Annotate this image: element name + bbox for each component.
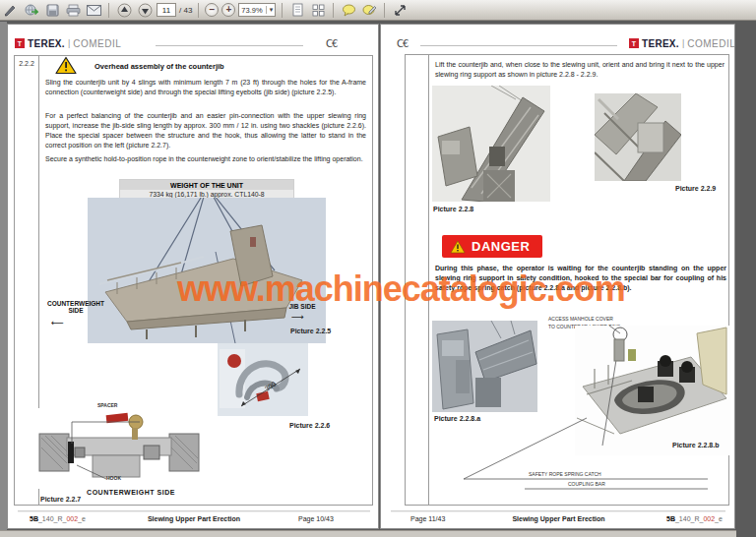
picture-2-2-7-caption: Picture 2.2.7 [40, 496, 81, 503]
zoom-in-button[interactable]: + [221, 3, 235, 17]
brand-divider: | [682, 38, 684, 48]
toolbar-separator [198, 3, 199, 18]
picture-2-2-8a-photo [432, 321, 537, 412]
brand-divider: | [68, 38, 70, 48]
share-globe-icon[interactable] [23, 2, 40, 19]
picture-2-2-8b-render [575, 326, 730, 455]
previous-page-icon[interactable] [115, 2, 133, 19]
toolbar-separator [384, 3, 385, 18]
picture-2-2-8-photo [432, 86, 550, 202]
chevron-down-icon[interactable]: ▾ [266, 6, 274, 14]
doc-code-num: 002 [703, 515, 715, 522]
header-rule [156, 45, 303, 46]
right-arrow-icon: ⟶ [291, 312, 304, 322]
doc-code-mid: _140_R_ [675, 515, 703, 522]
sign-pen-icon[interactable] [2, 2, 20, 19]
page-number-input[interactable] [157, 3, 176, 17]
brand-terex: TEREX. [642, 38, 679, 49]
brand-logo: T TEREX. | COMEDIL [629, 36, 735, 50]
toolbar-separator [108, 3, 109, 18]
footer-page-number: Page 10/43 [298, 515, 334, 522]
paragraph: For a perfect balancing of the counterji… [45, 111, 366, 150]
brand-logo: T TEREX. | COMEDIL [15, 36, 121, 50]
brand-comedil: COMEDIL [687, 38, 735, 49]
terex-logo-icon: T [15, 38, 25, 48]
warning-triangle-icon [55, 56, 77, 75]
picture-2-2-8-caption: Picture 2.2.8 [433, 206, 473, 212]
doc-code-suffix: _e [715, 515, 723, 522]
next-page-icon[interactable] [136, 2, 154, 19]
access-manhole-label-line1: ACCESS MANHOLE COVER [548, 316, 613, 322]
toolbar-separator [333, 3, 334, 18]
scrolling-mode-icon[interactable] [288, 2, 306, 19]
counterweight-side-label: COUNTERWEIGHT SIDE [40, 300, 111, 314]
picture-2-2-8a-caption: Picture 2.2.8.a [434, 415, 480, 422]
brand-terex: TEREX. [28, 38, 65, 49]
toolbar: / 43 − + 73.9% ▾ [0, 0, 756, 21]
paragraph: Sling the counterjib unit by 4 slings wi… [45, 78, 366, 97]
zoom-level-value: 73.9% [241, 6, 265, 15]
viewer-left-margin [0, 22, 7, 537]
pdf-viewer-window: / 43 − + 73.9% ▾ T [0, 0, 756, 537]
picture-2-2-9-caption: Picture 2.2.9 [675, 185, 716, 192]
safety-rope-label: SAFETY ROPE SPRING CATCH [529, 471, 601, 477]
footer-rule [18, 510, 370, 512]
ce-mark: C€ [397, 38, 408, 49]
toolbar-separator [282, 3, 283, 18]
fullscreen-icon[interactable] [391, 2, 409, 19]
horizontal-scrollbar[interactable] [0, 530, 736, 537]
zoom-level-select[interactable]: 73.9% ▾ [238, 3, 276, 17]
watermark-text: www.machinecatalogic.com [177, 268, 625, 310]
email-icon[interactable] [85, 2, 102, 19]
hook-label: HOOK [106, 475, 121, 481]
doc-code-prefix: 5B [666, 515, 675, 522]
warning-triangle-icon [450, 240, 466, 254]
page-tiles-icon[interactable] [309, 2, 327, 19]
paragraph: Lift the counterjib and, when close to t… [435, 60, 724, 80]
doc-code: 5B_140_R_002_e [666, 515, 723, 522]
left-arrow-icon: ⟵ [51, 318, 64, 328]
print-icon[interactable] [64, 2, 82, 19]
danger-banner: DANGER [442, 235, 542, 258]
ce-mark: C€ [326, 38, 337, 49]
annotate-pencil-icon[interactable] [360, 2, 378, 19]
picture-2-2-5-caption: Picture 2.2.5 [290, 328, 331, 334]
picture-2-2-6-caption: Picture 2.2.6 [289, 422, 330, 429]
diagram-title-label: COUNTERWEIGHT SIDE [67, 489, 195, 496]
comment-bubble-icon[interactable] [340, 2, 357, 19]
weight-table-title: WEIGHT OF THE UNIT [120, 180, 293, 190]
brand-comedil: COMEDIL [73, 38, 121, 49]
picture-2-2-8b-caption: Picture 2.2.8.b [672, 442, 719, 448]
save-icon[interactable] [43, 2, 61, 19]
header-rule [420, 45, 617, 46]
picture-2-2-9-photo [595, 93, 681, 181]
paragraph: Secure a synthetic hold-to-position rope… [45, 154, 366, 164]
document-viewer: T TEREX. | COMEDIL C€ 2.2.2 Overhead ass… [0, 22, 756, 537]
terex-logo-icon: T [629, 38, 639, 48]
spacer-label: SPACER [97, 402, 117, 408]
zoom-out-button[interactable]: − [205, 3, 219, 17]
danger-label: DANGER [472, 239, 530, 254]
page-total-label: / 43 [179, 6, 192, 15]
footer-rule [391, 510, 725, 512]
section-heading: Overhead assembly of the counterjib [94, 62, 224, 71]
section-number: 2.2.2 [16, 60, 37, 67]
picture-2-2-6-photo: 300 [218, 343, 308, 416]
coupling-bar-label: COUPLING BAR [568, 481, 605, 487]
